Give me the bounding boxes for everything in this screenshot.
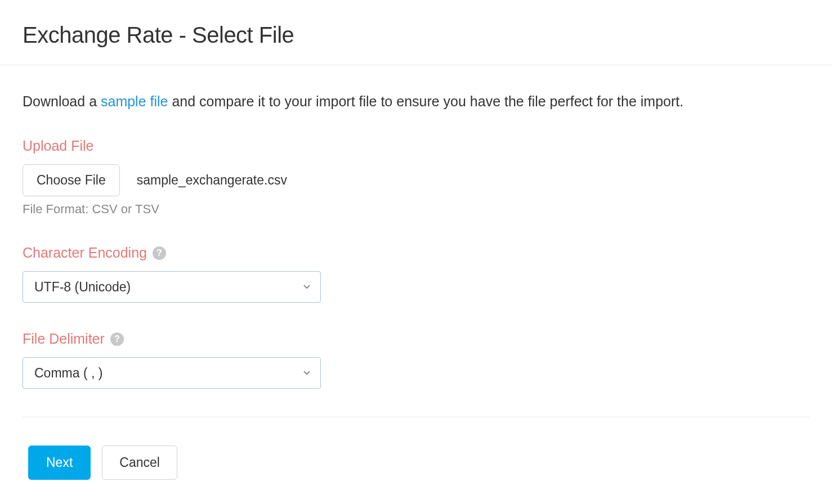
cancel-button[interactable]: Cancel (102, 446, 177, 480)
intro-prefix: Download a (23, 93, 101, 109)
divider (23, 417, 809, 417)
next-button[interactable]: Next (28, 446, 91, 480)
character-encoding-label-text: Character Encoding (23, 245, 147, 261)
page-header: Exchange Rate - Select File (0, 0, 832, 65)
upload-file-label: Upload File (23, 138, 809, 154)
intro-text: Download a sample file and compare it to… (23, 93, 809, 110)
file-delimiter-select-wrapper: Comma ( , ) (23, 357, 321, 389)
file-delimiter-label: File Delimiter ? (23, 331, 809, 347)
file-delimiter-label-text: File Delimiter (23, 331, 105, 347)
intro-suffix: and compare it to your import file to en… (168, 93, 683, 109)
upload-file-label-text: Upload File (23, 138, 93, 154)
sample-file-link[interactable]: sample file (101, 93, 168, 109)
choose-file-button[interactable]: Choose File (23, 164, 120, 196)
action-buttons: Next Cancel (23, 446, 809, 480)
file-format-hint: File Format: CSV or TSV (23, 202, 809, 217)
help-icon[interactable]: ? (110, 332, 124, 346)
file-delimiter-select[interactable]: Comma ( , ) (23, 357, 321, 389)
character-encoding-select[interactable]: UTF-8 (Unicode) (23, 271, 321, 303)
selected-file-name: sample_exchangerate.csv (137, 173, 287, 188)
character-encoding-label: Character Encoding ? (23, 245, 809, 261)
help-icon[interactable]: ? (153, 246, 166, 260)
content: Download a sample file and compare it to… (0, 65, 832, 502)
upload-row: Choose File sample_exchangerate.csv (23, 164, 809, 196)
character-encoding-select-wrapper: UTF-8 (Unicode) (23, 271, 321, 303)
page-title: Exchange Rate - Select File (23, 22, 809, 48)
